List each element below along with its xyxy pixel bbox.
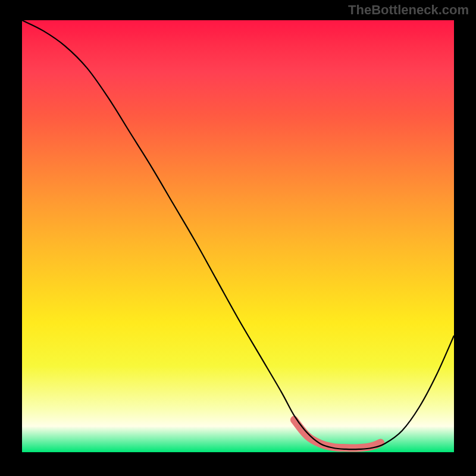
chart-plot-area (22, 20, 454, 452)
optimal-region-highlight (294, 420, 380, 448)
bottleneck-curve (22, 20, 454, 449)
watermark-text: TheBottleneck.com (348, 2, 469, 18)
chart-svg (22, 20, 454, 452)
